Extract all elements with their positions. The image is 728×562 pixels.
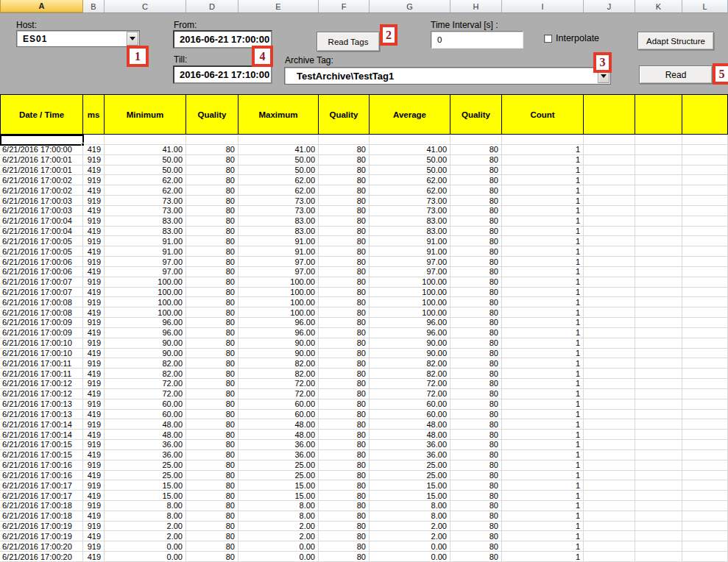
cell[interactable]: 83.00 bbox=[238, 216, 319, 227]
cell[interactable]: 60.00 bbox=[238, 399, 319, 410]
cell[interactable]: 80 bbox=[186, 358, 238, 369]
cell[interactable]: 96.00 bbox=[238, 328, 319, 338]
cell[interactable]: 80 bbox=[450, 430, 502, 440]
cell[interactable]: 1 bbox=[502, 541, 584, 552]
cell[interactable]: 80 bbox=[450, 541, 502, 552]
cell[interactable]: 1 bbox=[502, 288, 584, 298]
cell[interactable]: 8.00 bbox=[105, 501, 186, 511]
cell[interactable]: 6/21/2016 17:00:19 bbox=[0, 522, 83, 532]
cell[interactable]: 1 bbox=[502, 460, 584, 471]
cell[interactable]: 1 bbox=[502, 166, 584, 176]
cell[interactable]: 919 bbox=[83, 460, 105, 471]
cell[interactable]: 8.00 bbox=[370, 501, 450, 511]
cell[interactable]: 6/21/2016 17:00:16 bbox=[0, 460, 83, 471]
cell[interactable]: 80 bbox=[319, 338, 370, 349]
cell[interactable] bbox=[635, 460, 682, 471]
cell[interactable]: 80 bbox=[319, 491, 370, 501]
cell[interactable]: 419 bbox=[83, 552, 105, 562]
cell[interactable] bbox=[584, 531, 635, 541]
cell[interactable]: 80 bbox=[450, 338, 502, 349]
cell[interactable] bbox=[635, 166, 682, 176]
cell[interactable]: 60.00 bbox=[105, 399, 186, 410]
cell[interactable]: 36.00 bbox=[370, 440, 450, 450]
cell[interactable]: 6/21/2016 17:00:18 bbox=[0, 511, 83, 522]
cell[interactable]: 419 bbox=[83, 227, 105, 237]
adapt-structure-button[interactable]: Adapt Structure bbox=[637, 32, 714, 50]
cell[interactable]: 6/21/2016 17:00:03 bbox=[0, 206, 83, 216]
cell[interactable]: 80 bbox=[186, 166, 238, 176]
cell[interactable]: 419 bbox=[83, 369, 105, 379]
cell[interactable]: 90.00 bbox=[238, 349, 319, 359]
cell[interactable]: 6/21/2016 17:00:02 bbox=[0, 185, 83, 196]
cell[interactable]: 62.00 bbox=[105, 175, 186, 185]
column-header-C[interactable]: C bbox=[105, 0, 186, 13]
cell[interactable] bbox=[584, 541, 635, 552]
cell[interactable]: 41.00 bbox=[370, 145, 450, 155]
cell[interactable]: 96.00 bbox=[370, 318, 450, 328]
cell[interactable]: 6/21/2016 17:00:20 bbox=[0, 541, 83, 552]
cell[interactable]: 100.00 bbox=[105, 307, 186, 318]
cell[interactable]: 419 bbox=[83, 511, 105, 522]
cell[interactable] bbox=[682, 541, 728, 552]
cell[interactable] bbox=[635, 552, 682, 562]
cell[interactable] bbox=[186, 135, 238, 145]
cell[interactable]: 2.00 bbox=[105, 531, 186, 541]
cell[interactable]: 80 bbox=[450, 399, 502, 410]
cell[interactable]: 80 bbox=[319, 318, 370, 328]
cell[interactable]: 50.00 bbox=[370, 155, 450, 166]
cell[interactable] bbox=[584, 440, 635, 450]
cell[interactable] bbox=[635, 257, 682, 267]
cell[interactable]: 6/21/2016 17:00:19 bbox=[0, 531, 83, 541]
cell[interactable] bbox=[682, 135, 728, 145]
cell[interactable] bbox=[635, 440, 682, 450]
cell[interactable]: 80 bbox=[450, 440, 502, 450]
cell[interactable]: 36.00 bbox=[105, 450, 186, 460]
cell[interactable]: 1 bbox=[502, 236, 584, 246]
cell[interactable]: 1 bbox=[502, 450, 584, 460]
cell[interactable]: 80 bbox=[186, 410, 238, 420]
cell[interactable]: 1 bbox=[502, 430, 584, 440]
cell[interactable] bbox=[584, 206, 635, 216]
cell[interactable]: 36.00 bbox=[105, 440, 186, 450]
cell[interactable]: 80 bbox=[450, 480, 502, 491]
cell[interactable]: 80 bbox=[186, 328, 238, 338]
cell[interactable] bbox=[635, 288, 682, 298]
cell[interactable]: 72.00 bbox=[370, 379, 450, 389]
cell[interactable]: 6/21/2016 17:00:15 bbox=[0, 440, 83, 450]
cell[interactable]: 80 bbox=[450, 531, 502, 541]
cell[interactable]: 80 bbox=[186, 155, 238, 166]
cell[interactable]: 80 bbox=[186, 480, 238, 491]
column-header-I[interactable]: I bbox=[502, 0, 584, 13]
cell[interactable] bbox=[682, 328, 728, 338]
cell[interactable]: 80 bbox=[450, 349, 502, 359]
interpolate-checkbox[interactable] bbox=[544, 35, 552, 43]
cell[interactable]: 6/21/2016 17:00:06 bbox=[0, 267, 83, 277]
cell[interactable] bbox=[584, 257, 635, 267]
cell[interactable]: 1 bbox=[502, 338, 584, 349]
cell[interactable]: 80 bbox=[450, 155, 502, 166]
cell[interactable]: 2.00 bbox=[238, 522, 319, 532]
cell[interactable]: 1 bbox=[502, 471, 584, 481]
cell[interactable]: 8.00 bbox=[238, 501, 319, 511]
cell[interactable]: 8.00 bbox=[238, 511, 319, 522]
cell[interactable]: 100.00 bbox=[238, 297, 319, 307]
cell[interactable] bbox=[584, 277, 635, 288]
cell[interactable] bbox=[635, 450, 682, 460]
cell[interactable]: 100.00 bbox=[370, 288, 450, 298]
cell[interactable]: 80 bbox=[319, 440, 370, 450]
cell[interactable]: 80 bbox=[186, 267, 238, 277]
cell[interactable]: 80 bbox=[319, 185, 370, 196]
cell[interactable]: 80 bbox=[319, 522, 370, 532]
cell[interactable] bbox=[635, 185, 682, 196]
cell[interactable]: 1 bbox=[502, 389, 584, 399]
cell[interactable]: 72.00 bbox=[370, 389, 450, 399]
cell[interactable]: 83.00 bbox=[105, 216, 186, 227]
cell[interactable]: 1 bbox=[502, 155, 584, 166]
cell[interactable]: 90.00 bbox=[370, 338, 450, 349]
cell[interactable] bbox=[584, 410, 635, 420]
cell[interactable]: 80 bbox=[319, 460, 370, 471]
cell[interactable] bbox=[682, 379, 728, 389]
cell[interactable]: 80 bbox=[319, 145, 370, 155]
cell[interactable]: 80 bbox=[450, 196, 502, 206]
cell[interactable]: 96.00 bbox=[238, 318, 319, 328]
